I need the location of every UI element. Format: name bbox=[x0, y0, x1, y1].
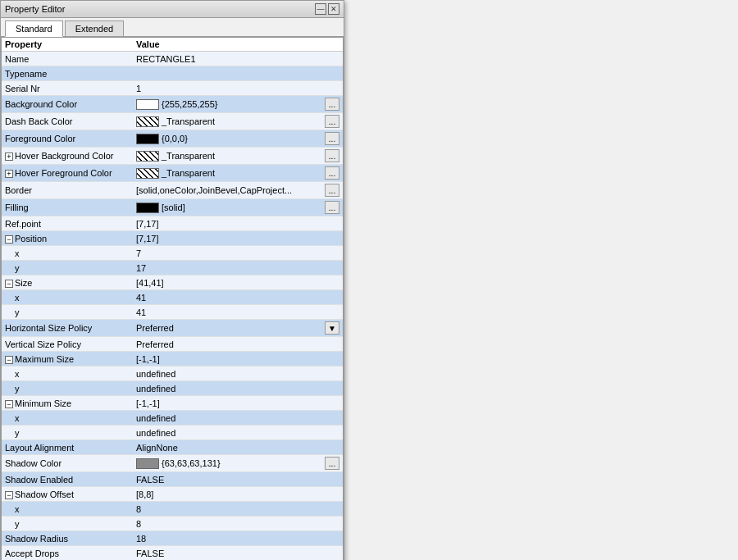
property-label: x bbox=[2, 503, 133, 515]
table-row[interactable]: Serial Nr1 bbox=[2, 81, 343, 96]
table-row[interactable]: Foreground Color{0,0,0}... bbox=[2, 130, 343, 148]
property-label: Name bbox=[2, 53, 133, 65]
color-swatch bbox=[136, 151, 159, 162]
table-row[interactable]: Dash Back Color_Transparent... bbox=[2, 113, 343, 130]
table-row[interactable]: +Hover Foreground Color_Transparent... bbox=[2, 165, 343, 182]
table-row[interactable]: Ref.point[7,17] bbox=[2, 216, 343, 231]
property-value: 7 bbox=[133, 248, 343, 259]
table-row[interactable]: yundefined bbox=[2, 381, 343, 396]
property-value: Preferred▼ bbox=[133, 321, 343, 335]
property-dots-button[interactable]: ... bbox=[325, 115, 339, 128]
property-value: [8,8] bbox=[133, 489, 343, 500]
table-row[interactable]: NameRECTANGLE1 bbox=[2, 52, 343, 66]
table-row[interactable]: −Shadow Offset[8,8] bbox=[2, 487, 343, 502]
property-value: FALSE bbox=[133, 548, 343, 559]
title-bar: Property Editor ― ✕ bbox=[1, 1, 344, 18]
table-row[interactable]: xundefined bbox=[2, 367, 343, 381]
tab-bar: Standard Extended bbox=[1, 18, 344, 37]
table-body-area: NameRECTANGLE1TypenameSerial Nr1Backgrou… bbox=[2, 52, 343, 560]
property-label: Shadow Enabled bbox=[2, 474, 133, 485]
collapse-icon[interactable]: − bbox=[5, 491, 13, 499]
table-row[interactable]: x7 bbox=[2, 246, 343, 261]
collapse-icon[interactable]: − bbox=[5, 400, 13, 408]
table-row[interactable]: −Position[7,17] bbox=[2, 231, 343, 246]
minimize-button[interactable]: ― bbox=[315, 3, 326, 15]
collapse-icon[interactable]: − bbox=[5, 280, 13, 288]
property-label: −Size bbox=[2, 277, 133, 289]
table-row[interactable]: yundefined bbox=[2, 426, 343, 440]
table-row[interactable]: Shadow Color{63,63,63,131}... bbox=[2, 455, 343, 472]
property-label: Dash Back Color bbox=[2, 116, 133, 127]
property-value: undefined bbox=[133, 368, 343, 380]
property-label: Serial Nr bbox=[2, 83, 133, 94]
table-row[interactable]: Vertical Size PolicyPreferred bbox=[2, 337, 343, 352]
table-row[interactable]: y41 bbox=[2, 305, 343, 320]
property-editor-window: Property Editor ― ✕ Standard Extended Pr… bbox=[0, 0, 344, 560]
property-value: 17 bbox=[133, 262, 343, 274]
table-row[interactable]: Horizontal Size PolicyPreferred▼ bbox=[2, 320, 343, 337]
table-row[interactable]: Layout AlignmentAlignNone bbox=[2, 440, 343, 455]
table-row[interactable]: −Size[41,41] bbox=[2, 275, 343, 290]
color-swatch bbox=[136, 134, 159, 144]
table-row[interactable]: Shadow Radius18 bbox=[2, 531, 343, 546]
color-swatch bbox=[136, 99, 159, 110]
table-row[interactable]: −Minimum Size[-1,-1] bbox=[2, 396, 343, 411]
property-dots-button[interactable]: ... bbox=[325, 184, 339, 197]
property-label: y bbox=[2, 518, 133, 530]
property-value: _Transparent... bbox=[133, 148, 343, 163]
collapse-icon[interactable]: − bbox=[5, 356, 13, 364]
table-row[interactable]: Filling[solid]... bbox=[2, 199, 343, 216]
property-value: {0,0,0}... bbox=[133, 131, 343, 146]
table-row[interactable]: Border[solid,oneColor,JoinBevel,CapProje… bbox=[2, 182, 343, 199]
color-swatch bbox=[136, 168, 159, 179]
color-swatch bbox=[136, 116, 159, 127]
property-value: {255,255,255}... bbox=[133, 97, 343, 112]
property-dots-button[interactable]: ... bbox=[325, 457, 339, 470]
property-value: 41 bbox=[133, 292, 343, 303]
property-dots-button[interactable]: ... bbox=[325, 201, 339, 214]
table-row[interactable]: +Hover Background Color_Transparent... bbox=[2, 148, 343, 165]
property-label: +Hover Foreground Color bbox=[2, 167, 133, 179]
property-value: [41,41] bbox=[133, 277, 343, 289]
expand-icon[interactable]: + bbox=[5, 170, 13, 178]
property-label: Foreground Color bbox=[2, 133, 133, 144]
table-row[interactable]: Background Color{255,255,255}... bbox=[2, 96, 343, 113]
property-label: −Maximum Size bbox=[2, 353, 133, 365]
table-row[interactable]: Shadow EnabledFALSE bbox=[2, 472, 343, 487]
property-label: −Minimum Size bbox=[2, 398, 133, 409]
property-label: Horizontal Size Policy bbox=[2, 322, 133, 334]
property-dots-button[interactable]: ... bbox=[325, 98, 339, 111]
property-value: [-1,-1] bbox=[133, 353, 343, 365]
table-row[interactable]: x8 bbox=[2, 502, 343, 517]
property-value: undefined bbox=[133, 412, 343, 424]
collapse-icon[interactable]: − bbox=[5, 235, 13, 244]
table-row[interactable]: y8 bbox=[2, 517, 343, 531]
property-dots-button[interactable]: ... bbox=[325, 166, 339, 180]
table-row[interactable]: y17 bbox=[2, 261, 343, 275]
property-dots-button[interactable]: ... bbox=[325, 149, 339, 162]
table-row[interactable]: Accept DropsFALSE bbox=[2, 546, 343, 560]
property-label: x bbox=[2, 248, 133, 259]
property-value: _Transparent... bbox=[133, 166, 343, 180]
table-row[interactable]: −Maximum Size[-1,-1] bbox=[2, 352, 343, 367]
property-value: [-1,-1] bbox=[133, 398, 343, 409]
property-label: Background Color bbox=[2, 98, 133, 110]
property-value: _Transparent... bbox=[133, 114, 343, 129]
table-row[interactable]: xundefined bbox=[2, 411, 343, 426]
property-value: [solid]... bbox=[133, 200, 343, 215]
tab-standard[interactable]: Standard bbox=[5, 20, 63, 37]
property-label: Filling bbox=[2, 202, 133, 213]
property-value: 41 bbox=[133, 307, 343, 318]
property-label: Shadow Color bbox=[2, 458, 133, 469]
property-dots-button[interactable]: ... bbox=[325, 132, 339, 145]
expand-icon[interactable]: + bbox=[5, 153, 13, 161]
property-value: FALSE bbox=[133, 474, 343, 485]
table-row[interactable]: x41 bbox=[2, 290, 343, 305]
table-row[interactable]: Typename bbox=[2, 66, 343, 81]
value-col-header: Value bbox=[136, 39, 339, 49]
tab-extended[interactable]: Extended bbox=[65, 20, 124, 36]
property-label: y bbox=[2, 307, 133, 318]
title-controls: ― ✕ bbox=[315, 3, 339, 15]
close-button[interactable]: ✕ bbox=[328, 3, 339, 15]
property-dropdown-button[interactable]: ▼ bbox=[325, 321, 339, 335]
